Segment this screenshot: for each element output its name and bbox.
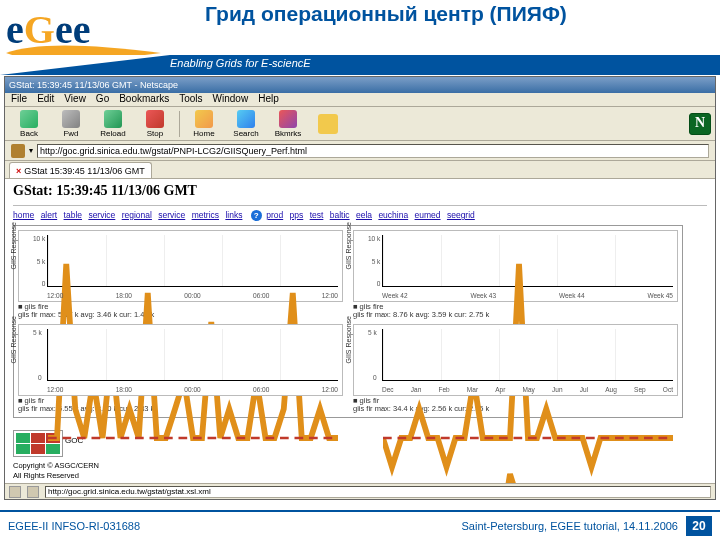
status-icon-2 (27, 486, 39, 498)
nav-service[interactable]: service (88, 210, 115, 220)
window-title: GStat: 15:39:45 11/13/06 GMT - Netscape (9, 80, 178, 90)
search-icon (237, 110, 255, 128)
url-input[interactable] (37, 144, 709, 158)
bookmarks-icon (279, 110, 297, 128)
menu-bar: File Edit View Go Bookmarks Tools Window… (5, 93, 715, 107)
nav-eela[interactable]: eela (356, 210, 372, 220)
slide-header: eGee Грид операционный центр (ПИЯФ) Enab… (0, 0, 720, 88)
nav-euchina[interactable]: euchina (378, 210, 408, 220)
nav-prod[interactable]: prod (266, 210, 283, 220)
browser-window: GStat: 15:39:45 11/13/06 GMT - Netscape … (4, 76, 716, 500)
back-button[interactable]: Back (11, 110, 47, 138)
netscape-throbber-icon (689, 113, 711, 135)
bookmark-folder-icon[interactable] (11, 144, 25, 158)
status-url[interactable] (45, 486, 711, 498)
menu-tools[interactable]: Tools (179, 93, 202, 106)
home-button[interactable]: Home (186, 110, 222, 138)
chart-3: GIIS Response 5 k0 DecJanFebMarAprMayJun… (353, 324, 678, 396)
page-content: GStat: 15:39:45 11/13/06 GMT home alert … (5, 179, 715, 483)
search-button[interactable]: Search (228, 110, 264, 138)
charts-panel: GIIS Response 10 k5 k0 12:0018:0000:0006… (13, 225, 683, 418)
bookmarks-button[interactable]: Bkmrks (270, 110, 306, 138)
chart-0: GIIS Response 10 k5 k0 12:0018:0000:0006… (18, 230, 343, 302)
nav-pps[interactable]: pps (290, 210, 304, 220)
toolbar: Back Fwd Reload Stop Home Search Bkmrks (5, 107, 715, 141)
footer-right: Saint-Petersburg, EGEE tutorial, 14.11.2… (462, 520, 678, 532)
footer-left: EGEE-II INFSO-RI-031688 (8, 520, 462, 532)
nav-regional[interactable]: regional (122, 210, 152, 220)
slide-footer: EGEE-II INFSO-RI-031688 Saint-Petersburg… (0, 510, 720, 540)
nav-service2[interactable]: service (158, 210, 185, 220)
reload-icon (104, 110, 122, 128)
slide-title: Грид операционный центр (ПИЯФ) (205, 2, 567, 26)
location-bar: ▾ (5, 141, 715, 161)
menu-edit[interactable]: Edit (37, 93, 54, 106)
reload-button[interactable]: Reload (95, 110, 131, 138)
stop-icon (146, 110, 164, 128)
status-icon (9, 486, 21, 498)
egee-logo: eGee (6, 6, 161, 58)
nav-links: home alert table service regional servic… (13, 210, 707, 221)
forward-icon (62, 110, 80, 128)
menu-window[interactable]: Window (213, 93, 249, 106)
nav-home[interactable]: home (13, 210, 34, 220)
window-titlebar[interactable]: GStat: 15:39:45 11/13/06 GMT - Netscape (5, 77, 715, 93)
slide-subtitle: Enabling Grids for E-sciencE (170, 57, 311, 69)
tab-bar: × GStat 15:39:45 11/13/06 GMT (5, 161, 715, 179)
nav-seegrid[interactable]: seegrid (447, 210, 475, 220)
help-icon[interactable]: ? (251, 210, 262, 221)
chart-2: GIIS Response 5 k0 12:0018:0000:0006:001… (18, 324, 343, 396)
tab-close-icon[interactable]: × (16, 166, 21, 176)
tab-label: GStat 15:39:45 11/13/06 GMT (24, 166, 145, 176)
browser-tab[interactable]: × GStat 15:39:45 11/13/06 GMT (9, 162, 152, 178)
nav-table[interactable]: table (64, 210, 82, 220)
menu-file[interactable]: File (11, 93, 27, 106)
menu-bookmarks[interactable]: Bookmarks (119, 93, 169, 106)
alert-icon[interactable] (318, 114, 338, 134)
nav-baltic[interactable]: baltic (330, 210, 350, 220)
menu-go[interactable]: Go (96, 93, 109, 106)
nav-links-link[interactable]: links (225, 210, 242, 220)
nav-metrics[interactable]: metrics (192, 210, 219, 220)
stop-button[interactable]: Stop (137, 110, 173, 138)
page-title: GStat: 15:39:45 11/13/06 GMT (13, 183, 707, 199)
home-icon (195, 110, 213, 128)
back-icon (20, 110, 38, 128)
chart-1: GIIS Response 10 k5 k0 Week 42Week 43Wee… (353, 230, 678, 302)
slide-number: 20 (686, 516, 712, 536)
nav-alert[interactable]: alert (41, 210, 58, 220)
menu-view[interactable]: View (64, 93, 86, 106)
forward-button[interactable]: Fwd (53, 110, 89, 138)
status-bar (5, 483, 715, 499)
nav-eumed[interactable]: eumed (415, 210, 441, 220)
menu-help[interactable]: Help (258, 93, 279, 106)
nav-test[interactable]: test (310, 210, 324, 220)
